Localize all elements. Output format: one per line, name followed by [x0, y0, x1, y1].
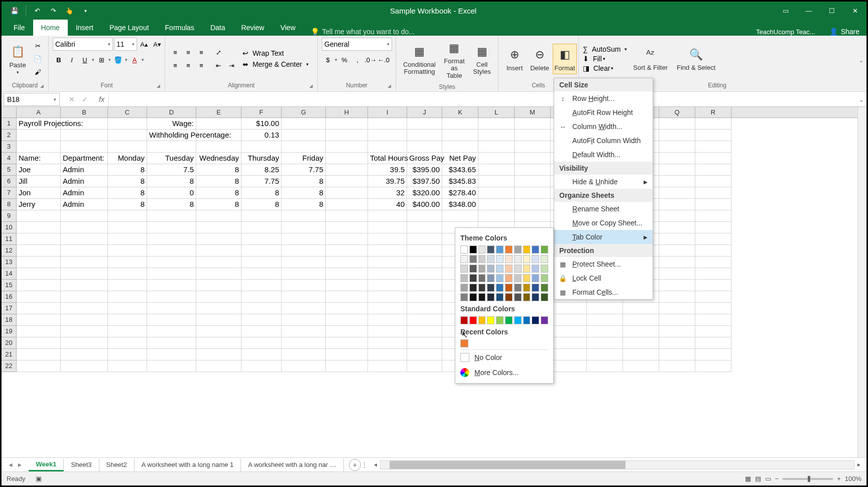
- cell[interactable]: [108, 233, 147, 245]
- cell[interactable]: [108, 222, 147, 233]
- cell[interactable]: [368, 222, 407, 233]
- cell[interactable]: [17, 337, 61, 349]
- cell[interactable]: [695, 176, 731, 187]
- cell[interactable]: [623, 337, 659, 349]
- col-header-H[interactable]: H: [326, 107, 368, 117]
- color-swatch[interactable]: [523, 265, 531, 273]
- cell[interactable]: [196, 210, 241, 222]
- col-header-L[interactable]: L: [478, 107, 515, 117]
- col-header-A[interactable]: A: [17, 107, 61, 117]
- color-swatch[interactable]: [541, 316, 548, 324]
- cell[interactable]: [147, 326, 196, 337]
- decrease-font-icon[interactable]: A▾: [151, 38, 163, 50]
- cell[interactable]: [407, 326, 442, 337]
- color-swatch[interactable]: [532, 255, 539, 263]
- row-header[interactable]: 9: [2, 210, 17, 222]
- cell[interactable]: [478, 164, 515, 176]
- cell[interactable]: [147, 141, 196, 153]
- color-swatch[interactable]: [460, 293, 468, 301]
- cell[interactable]: [17, 141, 61, 153]
- wrap-text-button[interactable]: ↩ Wrap Text: [242, 49, 309, 57]
- cell[interactable]: [108, 326, 147, 337]
- color-swatch[interactable]: [478, 293, 486, 301]
- cell[interactable]: [326, 141, 368, 153]
- cell-styles-button[interactable]: ▦Cell Styles: [470, 41, 494, 78]
- view-normal-icon[interactable]: ▦: [745, 475, 751, 482]
- tab-home[interactable]: Home: [33, 20, 68, 36]
- cell[interactable]: [61, 291, 108, 303]
- cell[interactable]: [368, 360, 407, 372]
- cell[interactable]: [147, 303, 196, 314]
- row-header[interactable]: 3: [2, 141, 17, 153]
- cell[interactable]: [368, 337, 407, 349]
- cell[interactable]: [17, 222, 61, 233]
- align-center-icon[interactable]: ≡: [182, 59, 194, 71]
- cell[interactable]: Payroll Projections:: [17, 118, 61, 130]
- cell[interactable]: [659, 349, 695, 360]
- cell[interactable]: [326, 349, 368, 360]
- cell[interactable]: [196, 303, 241, 314]
- cell[interactable]: Gross Pay: [407, 153, 442, 164]
- tab-nav[interactable]: ◄ ►: [2, 461, 29, 468]
- cell[interactable]: [695, 153, 731, 164]
- cell[interactable]: [241, 257, 282, 268]
- color-swatch[interactable]: [523, 246, 531, 254]
- cell[interactable]: [478, 118, 515, 130]
- color-swatch[interactable]: [478, 316, 486, 324]
- touch-mode-icon[interactable]: 👆: [62, 4, 76, 18]
- cell[interactable]: [515, 176, 551, 187]
- fill-button[interactable]: ⬇ Fill▾: [583, 55, 627, 63]
- cell[interactable]: Jerry: [17, 199, 61, 210]
- expand-formula-bar-icon[interactable]: ⌄: [856, 95, 866, 103]
- cell[interactable]: [695, 291, 731, 303]
- cell[interactable]: [587, 349, 623, 360]
- row-header[interactable]: 4: [2, 153, 17, 164]
- cell[interactable]: [442, 210, 478, 222]
- cell[interactable]: [478, 210, 515, 222]
- row-header[interactable]: 12: [2, 245, 17, 257]
- cell[interactable]: [695, 245, 731, 257]
- dialog-launcher-icon[interactable]: ◢: [309, 83, 316, 90]
- cell[interactable]: [61, 268, 108, 280]
- redo-icon[interactable]: ↷: [46, 4, 60, 18]
- color-swatch[interactable]: [523, 255, 531, 263]
- align-right-icon[interactable]: ≡: [195, 59, 207, 71]
- menu-hide-unhide[interactable]: Hide & Unhide▶: [554, 175, 653, 189]
- cell[interactable]: 8: [147, 176, 196, 187]
- cell[interactable]: [695, 210, 731, 222]
- cell[interactable]: [241, 233, 282, 245]
- menu-rename-sheet[interactable]: Rename Sheet: [554, 202, 653, 216]
- cell[interactable]: [659, 303, 695, 314]
- cell[interactable]: [61, 303, 108, 314]
- cell[interactable]: [407, 141, 442, 153]
- col-header-E[interactable]: E: [196, 107, 241, 117]
- cell[interactable]: Admin: [61, 176, 108, 187]
- color-swatch[interactable]: [487, 246, 494, 254]
- row-header[interactable]: 17: [2, 303, 17, 314]
- name-box[interactable]: B18▾: [4, 93, 60, 106]
- color-swatch[interactable]: [514, 293, 522, 301]
- cell[interactable]: [108, 245, 147, 257]
- cell[interactable]: $400.00: [407, 199, 442, 210]
- cell[interactable]: [241, 326, 282, 337]
- cell[interactable]: [282, 210, 326, 222]
- cell[interactable]: [587, 326, 623, 337]
- cell[interactable]: [147, 222, 196, 233]
- color-swatch[interactable]: [532, 293, 539, 301]
- paste-button[interactable]: 📋Paste▾: [6, 41, 30, 77]
- col-header-K[interactable]: K: [442, 107, 478, 117]
- cell[interactable]: [147, 280, 196, 291]
- merge-center-button[interactable]: ⬌ Merge & Center ▾: [242, 60, 309, 68]
- cell[interactable]: 39.5: [368, 164, 407, 176]
- decrease-indent-icon[interactable]: ⇤: [212, 59, 224, 71]
- cell[interactable]: [368, 314, 407, 326]
- col-header-Q[interactable]: Q: [659, 107, 695, 117]
- tab-data[interactable]: Data: [202, 20, 233, 36]
- cell[interactable]: [623, 326, 659, 337]
- tab-review[interactable]: Review: [233, 20, 273, 36]
- align-middle-icon[interactable]: ≡: [182, 46, 194, 58]
- color-swatch[interactable]: [541, 274, 548, 282]
- cell[interactable]: 0: [147, 187, 196, 199]
- cell[interactable]: [282, 118, 326, 130]
- cell[interactable]: [478, 153, 515, 164]
